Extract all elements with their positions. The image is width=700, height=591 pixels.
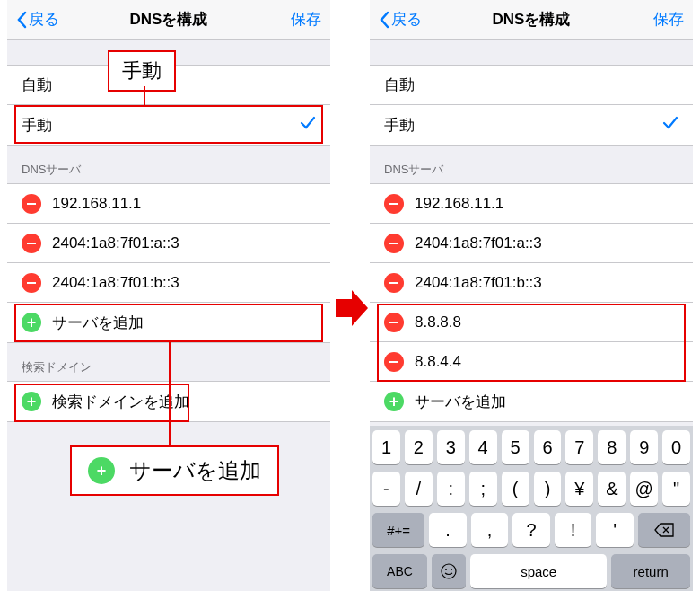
phone-screen-right: 戻る DNSを構成 保存 自動 手動 DNSサーバ 192.168.11.1 2… (370, 0, 693, 591)
key-symbols[interactable]: #+= (372, 513, 424, 547)
dns-server-list: 192.168.11.1 2404:1a8:7f01:a::3 2404:1a8… (7, 183, 330, 343)
dns-server-value: 8.8.4.4 (415, 353, 461, 371)
add-icon (88, 457, 115, 484)
keyboard: 1 2 3 4 5 6 7 8 9 0 - / : ; ( ) ¥ & @ " … (370, 426, 693, 591)
key[interactable]: : (437, 472, 465, 506)
key[interactable]: ' (596, 513, 634, 547)
checkmark-icon (300, 115, 316, 136)
key[interactable]: ? (512, 513, 550, 547)
mode-auto-label: 自動 (22, 75, 52, 95)
dns-server-row[interactable]: 2404:1a8:7f01:b::3 (7, 263, 330, 303)
key[interactable]: 1 (372, 430, 400, 464)
key[interactable]: 8 (598, 430, 626, 464)
delete-icon[interactable] (22, 194, 41, 214)
save-button[interactable]: 保存 (291, 9, 321, 30)
key[interactable]: @ (630, 472, 658, 506)
key[interactable]: , (471, 513, 509, 547)
add-icon[interactable] (22, 313, 41, 332)
add-icon[interactable] (22, 392, 41, 411)
add-icon[interactable] (384, 392, 404, 411)
nav-bar: 戻る DNSを構成 保存 (370, 0, 693, 40)
dns-server-row[interactable]: 2404:1a8:7f01:a::3 (370, 224, 693, 263)
callout-add-server: サーバを追加 (70, 445, 279, 496)
key[interactable]: 2 (405, 430, 433, 464)
annotation-line (169, 342, 171, 445)
key[interactable]: 4 (469, 430, 497, 464)
key[interactable]: / (405, 472, 433, 506)
key-return[interactable]: return (611, 554, 690, 588)
keyboard-row: 1 2 3 4 5 6 7 8 9 0 (372, 430, 690, 464)
dns-section-header: DNSサーバ (7, 146, 330, 183)
mode-auto-row[interactable]: 自動 (370, 66, 693, 105)
key[interactable]: ; (469, 472, 497, 506)
mode-manual-row[interactable]: 手動 (7, 105, 330, 145)
keyboard-row: - / : ; ( ) ¥ & @ " (372, 472, 690, 506)
svg-point-2 (451, 569, 452, 570)
key-space[interactable]: space (470, 554, 607, 588)
dns-section-header: DNSサーバ (370, 146, 693, 183)
delete-icon[interactable] (384, 194, 404, 214)
svg-point-1 (445, 569, 447, 570)
key-backspace[interactable] (638, 513, 690, 547)
delete-icon[interactable] (22, 273, 41, 293)
dns-server-row[interactable]: 2404:1a8:7f01:b::3 (370, 263, 693, 303)
key[interactable]: & (598, 472, 626, 506)
back-button[interactable]: 戻る (16, 9, 59, 30)
add-server-row[interactable]: サーバを追加 (370, 382, 693, 421)
mode-manual-label: 手動 (22, 115, 52, 136)
mode-auto-label: 自動 (384, 75, 415, 95)
key[interactable]: 7 (565, 430, 593, 464)
dns-server-value: 192.168.11.1 (415, 195, 503, 213)
key[interactable]: 6 (534, 430, 562, 464)
add-server-row[interactable]: サーバを追加 (7, 303, 330, 342)
delete-icon[interactable] (384, 352, 404, 372)
dns-server-value: 2404:1a8:7f01:a::3 (415, 234, 542, 252)
back-label: 戻る (29, 9, 59, 30)
dns-server-list: 192.168.11.1 2404:1a8:7f01:a::3 2404:1a8… (370, 183, 693, 422)
key[interactable]: 9 (630, 430, 658, 464)
key[interactable]: 0 (662, 430, 690, 464)
key[interactable]: - (372, 472, 400, 506)
dns-server-row[interactable]: 8.8.4.4 (370, 342, 693, 382)
checkmark-icon (662, 115, 678, 136)
annotation-line (144, 86, 145, 106)
chevron-left-icon (16, 11, 27, 29)
dns-server-value: 8.8.8.8 (415, 313, 461, 331)
chevron-left-icon (379, 11, 389, 29)
add-server-label: サーバを追加 (415, 392, 506, 412)
callout-manual: 手動 (108, 50, 176, 92)
svg-point-0 (442, 564, 456, 578)
delete-icon[interactable] (384, 273, 404, 293)
keyboard-row: ABC space return (372, 554, 690, 588)
phone-screen-left: 戻る DNSを構成 保存 自動 手動 DNSサーバ 192.168.11.1 2… (7, 0, 330, 591)
key-abc[interactable]: ABC (372, 554, 427, 588)
dns-server-value: 2404:1a8:7f01:b::3 (52, 274, 179, 292)
delete-icon[interactable] (384, 234, 404, 253)
mode-manual-label: 手動 (384, 115, 415, 136)
mode-manual-row[interactable]: 手動 (370, 105, 693, 145)
back-button[interactable]: 戻る (379, 9, 422, 30)
key[interactable]: . (429, 513, 467, 547)
key-emoji[interactable] (432, 554, 466, 588)
key[interactable]: ) (534, 472, 562, 506)
dns-server-row[interactable]: 192.168.11.1 (7, 184, 330, 224)
key[interactable]: ! (555, 513, 592, 547)
save-button[interactable]: 保存 (653, 9, 684, 30)
emoji-icon (440, 562, 458, 580)
backspace-icon (654, 523, 674, 537)
dns-server-row[interactable]: 8.8.8.8 (370, 303, 693, 342)
delete-icon[interactable] (384, 313, 404, 332)
delete-icon[interactable] (22, 234, 41, 253)
dns-server-row[interactable]: 2404:1a8:7f01:a::3 (7, 224, 330, 263)
key[interactable]: ¥ (565, 472, 593, 506)
back-label: 戻る (391, 9, 422, 30)
dns-server-value: 2404:1a8:7f01:b::3 (415, 274, 542, 292)
nav-bar: 戻る DNSを構成 保存 (7, 0, 330, 40)
key[interactable]: ( (502, 472, 529, 506)
dns-server-value: 192.168.11.1 (52, 195, 141, 213)
dns-server-row[interactable]: 192.168.11.1 (370, 184, 693, 224)
add-server-label: サーバを追加 (52, 313, 144, 333)
key[interactable]: 5 (502, 430, 529, 464)
key[interactable]: 3 (437, 430, 465, 464)
key[interactable]: " (662, 472, 690, 506)
